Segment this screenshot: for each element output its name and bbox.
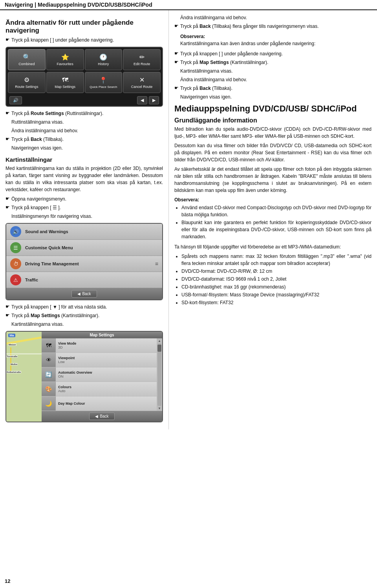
auto-overview-icon: 🔄: [42, 367, 56, 382]
final-bullet-6: SD-kort-filsystem: FAT32: [181, 299, 372, 306]
map-settings-header: Map Settings: [42, 332, 162, 338]
observe-bullet-1: Använd endast CD-skivor med Compact-Disc…: [181, 204, 372, 218]
final-bullet-5: USB-format/-filsystem: Mass Storage Devi…: [181, 291, 372, 298]
nav-vol-btn[interactable]: 🔊: [9, 96, 22, 104]
step-route-settings: ☛ Tryck på Route Settings (Ruttinställni…: [5, 110, 163, 117]
step-tryck-knapp: ☛ Tryck på knappen [ ☰ ].: [5, 204, 163, 211]
step-r2: ☛ Tryck på Back (Tillbaka) flera gånger …: [174, 23, 372, 30]
map-road-3: [6, 353, 42, 354]
driving-time-icon: ⏱: [10, 258, 21, 269]
nav-btn-favourites-label: Favourites: [57, 62, 73, 66]
grund-body-1: Med bilradion kan du spela audio-DVD/CD-…: [174, 126, 372, 140]
back-button[interactable]: ◀ Back: [71, 290, 97, 298]
final-bullet-1: Spårets och mappens namn: max 32 tecken …: [181, 253, 372, 267]
settings-item-sound[interactable]: 🔊 Sound and Warnings: [6, 224, 162, 240]
scroll-track: [157, 343, 161, 406]
nav-grid-row2: ⚙ Route Settings 🗺 Map Settings 📍 Quick …: [6, 72, 162, 95]
step-r6: ☛ Tryck på Back (Tillbaka).: [174, 85, 372, 92]
nav-btn-favourites[interactable]: ⭐ Favourites: [46, 49, 84, 70]
map-scrollbar: ▲ ▼: [157, 338, 162, 411]
right-column: ☛ Ändra inställningarna vid behov. ☛ Try…: [169, 10, 377, 429]
page-title: Navigering | Mediauppspelning DVD/CD/USB…: [5, 2, 372, 8]
nav-btn-cancel-route[interactable]: ✕ Cancel Route: [123, 72, 161, 93]
settings-item-traffic[interactable]: ⚠ Traffic: [6, 272, 162, 288]
scroll-thumb: [157, 345, 161, 352]
map-settings-screen: 96a Metzer Torstraße Mollst Kelbelstraße…: [5, 331, 163, 422]
step-r1: ☛ Ändra inställningarna vid behov.: [174, 14, 372, 21]
quick-menu-icon: ☰: [10, 242, 21, 253]
step-nav-visas: ☛ Navigeringen visas igen.: [5, 144, 163, 152]
kartinstallningar-heading: Kartinställningar: [5, 156, 163, 163]
scroll-indicator-right: ≡: [155, 261, 158, 267]
settings-driving-time-label: Driving Time Management: [25, 261, 79, 266]
nav-btn-map-settings[interactable]: 🗺 Map Settings: [46, 72, 84, 93]
step-r4b: ☛ Kartinställningarna visas.: [174, 68, 372, 75]
page-number: 12: [5, 578, 10, 584]
map-area: 96a Metzer Torstraße Mollst Kelbelstraße: [6, 332, 42, 422]
observe-bullet-list: Använd endast CD-skivor med Compact-Disc…: [181, 204, 372, 240]
step-inst-visas: ☛ Inställningsmenyn för navigering visas…: [5, 213, 163, 220]
final-bullet-3: DVD/CD-dataformat: ISO 9669 nivå 1 och 2…: [181, 276, 372, 283]
kartinstallningar-body: Med kartinställningarna kan du ställa in…: [5, 165, 163, 193]
nav-btn-route-settings[interactable]: ⚙ Route Settings: [8, 72, 46, 93]
nav-btn-cancel-route-label: Cancel Route: [131, 85, 153, 89]
step-map-settings: ☛ Tryck på Map Settings (Kartinställning…: [5, 312, 163, 319]
map-setting-auto-overview[interactable]: 🔄 Automatic Overview ON: [42, 367, 157, 382]
map-settings-list: 🗺 View Mode 3D 👁 Viewpoint Lo: [42, 338, 157, 411]
step-1-arrow: ☛ Tryck på knappen [ ] under pågående na…: [5, 37, 163, 44]
map-setting-day-map[interactable]: 🌙 Day Map Colour: [42, 396, 157, 411]
settings-item-quick-menu[interactable]: ☰ Customise Quick Menu: [6, 240, 162, 256]
grund-body-2: Dessutom kan du visa filmer och bilder f…: [174, 142, 372, 163]
step-kart-visas: ☛ Kartinställningarna visas.: [5, 321, 163, 328]
observe-box-1: ☛ Observera: Kartinställningarna kan äve…: [174, 33, 372, 47]
nav-prev-btn[interactable]: ◀: [137, 96, 147, 104]
map-setting-view-mode[interactable]: 🗺 View Mode 3D: [42, 338, 157, 353]
nav-grid-row1: 🔍 Combined ⭐ Favourites 🕐 History ✏ Edit…: [6, 47, 162, 72]
view-mode-icon: 🗺: [42, 338, 56, 352]
step-back: ☛ Tryck på Back (Tillbaka).: [5, 136, 163, 143]
map-back-bar: ◀ Back: [42, 411, 162, 422]
map-setting-viewpoint[interactable]: 👁 Viewpoint Low: [42, 353, 157, 367]
step-r4: ☛ Tryck på Map Settings (Kartinställning…: [174, 59, 372, 66]
map-back-button[interactable]: ◀ Back: [89, 413, 114, 420]
final-bullet-4: CD-brännhastighet: max 16 ggr (rekommend…: [181, 283, 372, 290]
settings-item-driving-time[interactable]: ⏱ Driving Time Management ≡: [6, 256, 162, 272]
nav-btn-combined[interactable]: 🔍 Combined: [8, 49, 46, 70]
step-r5: ☛ Ändra inställningarna vid behov.: [174, 76, 372, 83]
map-label-torstrasse: Torstraße: [6, 355, 18, 358]
day-map-icon: 🌙: [42, 396, 56, 411]
nav-btn-edit-route[interactable]: ✏ Edit Route: [123, 49, 161, 70]
observe-box-2: Observera: Använd endast CD-skivor med C…: [174, 197, 372, 240]
nav-btn-map-settings-label: Map Settings: [55, 85, 75, 89]
step-rutt-visas: ☛ Ruttinställningarna visas.: [5, 119, 163, 126]
map-number-badge: 96a: [8, 334, 15, 337]
scroll-up-arrow: ▲: [158, 339, 161, 343]
observe-label-1: Observera:: [180, 34, 205, 39]
nav-btn-route-settings-label: Route Settings: [15, 85, 38, 89]
grund-body-3: Av säkerhetsskäl är det endast tillåtet …: [174, 166, 372, 194]
nav-btn-quick-place[interactable]: 📍 Quick Place Search: [85, 72, 123, 93]
sound-icon: 🔊: [10, 226, 21, 237]
left-column: Ändra alternativ för rutt under pågående…: [0, 10, 169, 429]
map-label-mollst: Mollst: [10, 363, 18, 365]
nav-btn-edit-route-label: Edit Route: [134, 62, 150, 66]
final-bullet-2: DVD/CD-format: DVD-/CD-R/RW, Ø: 12 cm: [181, 268, 372, 275]
nav-screen-main: 🔍 Combined ⭐ Favourites 🕐 History ✏ Edit…: [5, 47, 163, 107]
settings-screen: 🔊 Sound and Warnings ☰ Customise Quick M…: [5, 223, 163, 300]
section-heading-1: Ändra alternativ för rutt under pågående…: [5, 19, 163, 35]
step-andra-inst: ☛ Ändra inställningarna vid behov.: [5, 127, 163, 134]
nav-btn-history[interactable]: 🕐 History: [85, 49, 123, 70]
map-label-metzers: Metzer: [8, 343, 16, 346]
observe-label-2: Observera:: [174, 197, 372, 203]
scroll-down-arrow: ▼: [158, 407, 161, 410]
step-next-page: ☛ Tryck på knappen [ ▼ ] för att visa nä…: [5, 303, 163, 310]
nav-btn-combined-label: Combined: [18, 62, 35, 66]
map-setting-colours[interactable]: 🎨 Colours Auto: [42, 382, 157, 396]
page-header: Navigering | Mediauppspelning DVD/CD/USB…: [0, 0, 377, 10]
nav-next-btn[interactable]: ▶: [149, 96, 159, 104]
nav-btn-quick-place-label: Quick Place Search: [90, 85, 117, 89]
observe-text-1: Kartinställningarna kan även ändras unde…: [180, 41, 315, 46]
colours-icon: 🎨: [42, 382, 56, 396]
step-r7: ☛ Navigeringen visas igen.: [174, 93, 372, 100]
observe-bullet-2: Blaupunkt kan inte garantera en perfekt …: [181, 219, 372, 240]
